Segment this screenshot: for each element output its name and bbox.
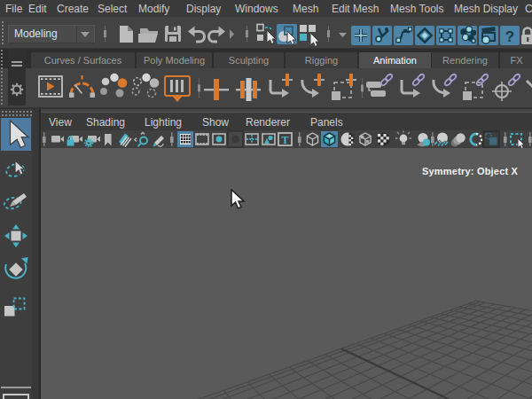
svg-text:?: ?: [505, 28, 514, 45]
svg-text:T: T: [281, 134, 288, 146]
